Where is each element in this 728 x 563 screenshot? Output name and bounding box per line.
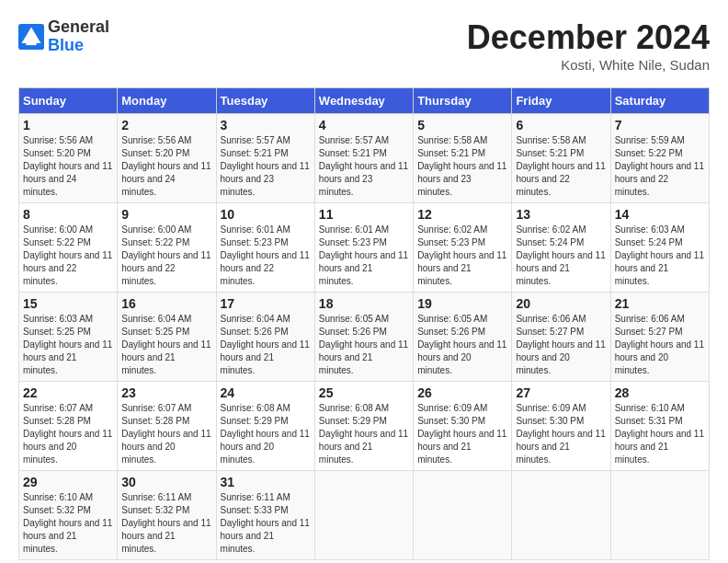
- calendar-cell: 13 Sunrise: 6:02 AM Sunset: 5:24 PM Dayl…: [512, 203, 610, 293]
- day-info: Sunrise: 6:00 AM Sunset: 5:22 PM Dayligh…: [121, 224, 211, 288]
- col-header-sunday: Sunday: [19, 88, 118, 114]
- day-info: Sunrise: 6:02 AM Sunset: 5:23 PM Dayligh…: [417, 224, 507, 288]
- day-number: 9: [121, 207, 211, 222]
- calendar-week-1: 1 Sunrise: 5:56 AM Sunset: 5:20 PM Dayli…: [19, 114, 710, 203]
- day-number: 30: [121, 475, 211, 489]
- day-number: 13: [516, 207, 606, 222]
- day-info: Sunrise: 6:09 AM Sunset: 5:30 PM Dayligh…: [417, 402, 507, 466]
- day-info: Sunrise: 6:08 AM Sunset: 5:29 PM Dayligh…: [319, 402, 409, 466]
- day-number: 23: [121, 385, 211, 400]
- page-header: General Blue December 2024 Kosti, White …: [18, 18, 710, 73]
- calendar-cell: 20 Sunrise: 6:06 AM Sunset: 5:27 PM Dayl…: [512, 293, 610, 382]
- day-info: Sunrise: 6:04 AM Sunset: 5:26 PM Dayligh…: [221, 313, 311, 377]
- day-number: 22: [23, 385, 113, 400]
- col-header-monday: Monday: [118, 88, 216, 114]
- logo-line1: General: [48, 18, 109, 37]
- day-number: 16: [121, 296, 211, 311]
- day-number: 3: [221, 118, 311, 132]
- day-info: Sunrise: 5:57 AM Sunset: 5:21 PM Dayligh…: [319, 134, 409, 199]
- day-number: 4: [319, 118, 409, 132]
- calendar-cell: 23 Sunrise: 6:07 AM Sunset: 5:28 PM Dayl…: [118, 382, 216, 471]
- day-info: Sunrise: 6:02 AM Sunset: 5:24 PM Dayligh…: [516, 224, 606, 288]
- calendar-cell: 2 Sunrise: 5:56 AM Sunset: 5:20 PM Dayli…: [118, 114, 216, 203]
- day-number: 12: [417, 207, 507, 222]
- day-info: Sunrise: 6:10 AM Sunset: 5:31 PM Dayligh…: [615, 402, 705, 466]
- calendar-cell: 21 Sunrise: 6:06 AM Sunset: 5:27 PM Dayl…: [610, 293, 709, 382]
- day-number: 19: [417, 296, 507, 311]
- day-info: Sunrise: 6:11 AM Sunset: 5:33 PM Dayligh…: [221, 491, 311, 556]
- calendar-cell: 29 Sunrise: 6:10 AM Sunset: 5:32 PM Dayl…: [19, 471, 118, 560]
- calendar-cell: 9 Sunrise: 6:00 AM Sunset: 5:22 PM Dayli…: [118, 203, 216, 293]
- day-number: 17: [221, 296, 311, 311]
- calendar-cell: 11 Sunrise: 6:01 AM Sunset: 5:23 PM Dayl…: [314, 203, 413, 293]
- day-number: 2: [121, 118, 211, 132]
- day-number: 31: [221, 475, 311, 489]
- day-number: 18: [319, 296, 409, 311]
- day-info: Sunrise: 6:03 AM Sunset: 5:25 PM Dayligh…: [23, 313, 113, 377]
- calendar-cell: 7 Sunrise: 5:59 AM Sunset: 5:22 PM Dayli…: [610, 114, 709, 203]
- month-title: December 2024: [467, 18, 710, 57]
- day-number: 15: [23, 296, 113, 311]
- day-number: 21: [615, 296, 705, 311]
- day-number: 26: [417, 385, 507, 400]
- calendar-cell: 25 Sunrise: 6:08 AM Sunset: 5:29 PM Dayl…: [314, 382, 413, 471]
- calendar-cell: 22 Sunrise: 6:07 AM Sunset: 5:28 PM Dayl…: [19, 382, 118, 471]
- day-info: Sunrise: 6:11 AM Sunset: 5:32 PM Dayligh…: [121, 491, 211, 556]
- calendar-cell: 27 Sunrise: 6:09 AM Sunset: 5:30 PM Dayl…: [512, 382, 610, 471]
- calendar-cell: 4 Sunrise: 5:57 AM Sunset: 5:21 PM Dayli…: [314, 114, 413, 203]
- calendar-cell: 19 Sunrise: 6:05 AM Sunset: 5:26 PM Dayl…: [414, 293, 512, 382]
- calendar-cell: 18 Sunrise: 6:05 AM Sunset: 5:26 PM Dayl…: [314, 293, 413, 382]
- calendar-cell: 15 Sunrise: 6:03 AM Sunset: 5:25 PM Dayl…: [19, 293, 118, 382]
- calendar-cell: [610, 471, 709, 560]
- day-info: Sunrise: 6:05 AM Sunset: 5:26 PM Dayligh…: [319, 313, 409, 377]
- calendar-cell: [512, 471, 610, 560]
- day-number: 11: [319, 207, 409, 222]
- location-subtitle: Kosti, White Nile, Sudan: [467, 57, 710, 73]
- day-number: 28: [615, 385, 705, 400]
- day-number: 24: [221, 385, 311, 400]
- day-info: Sunrise: 6:08 AM Sunset: 5:29 PM Dayligh…: [221, 402, 311, 466]
- day-info: Sunrise: 6:10 AM Sunset: 5:32 PM Dayligh…: [23, 491, 113, 556]
- day-info: Sunrise: 6:00 AM Sunset: 5:22 PM Dayligh…: [23, 224, 113, 288]
- day-number: 6: [516, 118, 606, 132]
- calendar-cell: 8 Sunrise: 6:00 AM Sunset: 5:22 PM Dayli…: [19, 203, 118, 293]
- calendar-week-2: 8 Sunrise: 6:00 AM Sunset: 5:22 PM Dayli…: [19, 203, 710, 293]
- calendar-cell: 12 Sunrise: 6:02 AM Sunset: 5:23 PM Dayl…: [414, 203, 512, 293]
- day-number: 8: [23, 207, 113, 222]
- day-info: Sunrise: 6:06 AM Sunset: 5:27 PM Dayligh…: [615, 313, 705, 377]
- title-area: December 2024 Kosti, White Nile, Sudan: [467, 18, 710, 73]
- day-info: Sunrise: 5:58 AM Sunset: 5:21 PM Dayligh…: [417, 134, 507, 199]
- day-number: 25: [319, 385, 409, 400]
- col-header-wednesday: Wednesday: [314, 88, 413, 114]
- calendar-cell: 6 Sunrise: 5:58 AM Sunset: 5:21 PM Dayli…: [512, 114, 610, 203]
- col-header-tuesday: Tuesday: [216, 88, 314, 114]
- day-number: 5: [417, 118, 507, 132]
- svg-rect-2: [26, 41, 36, 45]
- calendar-cell: 16 Sunrise: 6:04 AM Sunset: 5:25 PM Dayl…: [118, 293, 216, 382]
- day-number: 1: [23, 118, 113, 132]
- calendar-cell: 14 Sunrise: 6:03 AM Sunset: 5:24 PM Dayl…: [610, 203, 709, 293]
- day-info: Sunrise: 6:07 AM Sunset: 5:28 PM Dayligh…: [121, 402, 211, 466]
- day-number: 14: [615, 207, 705, 222]
- calendar-table: SundayMondayTuesdayWednesdayThursdayFrid…: [18, 87, 710, 560]
- day-info: Sunrise: 6:06 AM Sunset: 5:27 PM Dayligh…: [516, 313, 606, 377]
- calendar-week-5: 29 Sunrise: 6:10 AM Sunset: 5:32 PM Dayl…: [19, 471, 710, 560]
- calendar-cell: 1 Sunrise: 5:56 AM Sunset: 5:20 PM Dayli…: [19, 114, 118, 203]
- calendar-cell: 24 Sunrise: 6:08 AM Sunset: 5:29 PM Dayl…: [216, 382, 314, 471]
- calendar-week-3: 15 Sunrise: 6:03 AM Sunset: 5:25 PM Dayl…: [19, 293, 710, 382]
- day-info: Sunrise: 5:56 AM Sunset: 5:20 PM Dayligh…: [23, 134, 113, 199]
- calendar-week-4: 22 Sunrise: 6:07 AM Sunset: 5:28 PM Dayl…: [19, 382, 710, 471]
- calendar-cell: 28 Sunrise: 6:10 AM Sunset: 5:31 PM Dayl…: [610, 382, 709, 471]
- calendar-cell: 17 Sunrise: 6:04 AM Sunset: 5:26 PM Dayl…: [216, 293, 314, 382]
- col-header-saturday: Saturday: [610, 88, 709, 114]
- day-info: Sunrise: 6:03 AM Sunset: 5:24 PM Dayligh…: [615, 224, 705, 288]
- logo-line2: Blue: [48, 37, 109, 55]
- day-info: Sunrise: 6:01 AM Sunset: 5:23 PM Dayligh…: [221, 224, 311, 288]
- day-info: Sunrise: 6:07 AM Sunset: 5:28 PM Dayligh…: [23, 402, 113, 466]
- day-info: Sunrise: 5:57 AM Sunset: 5:21 PM Dayligh…: [221, 134, 311, 199]
- day-number: 27: [516, 385, 606, 400]
- calendar-cell: 10 Sunrise: 6:01 AM Sunset: 5:23 PM Dayl…: [216, 203, 314, 293]
- calendar-cell: 3 Sunrise: 5:57 AM Sunset: 5:21 PM Dayli…: [216, 114, 314, 203]
- day-number: 20: [516, 296, 606, 311]
- day-info: Sunrise: 6:05 AM Sunset: 5:26 PM Dayligh…: [417, 313, 507, 377]
